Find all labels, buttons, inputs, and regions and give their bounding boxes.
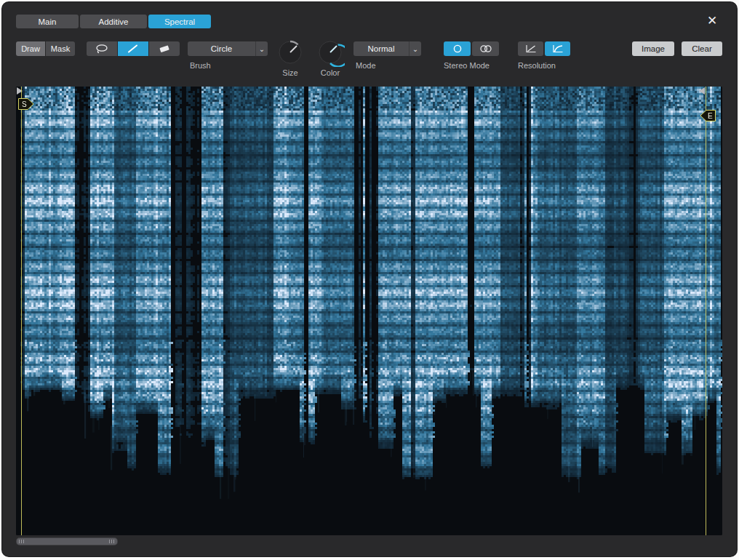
start-marker-flag[interactable]: S (18, 98, 34, 110)
spectrogram-display: S E (16, 87, 722, 535)
size-knob[interactable] (276, 38, 305, 67)
eraser-icon (157, 44, 172, 54)
chevron-down-icon: ⌄ (255, 41, 268, 56)
stereo-mode-button[interactable] (472, 41, 499, 56)
resolution-group (518, 41, 570, 56)
lasso-icon (95, 44, 109, 54)
clear-button[interactable]: Clear (682, 41, 722, 56)
pencil-icon (126, 44, 140, 54)
stereo-mode-group (444, 41, 499, 56)
image-button[interactable]: Image (632, 41, 674, 56)
mask-button[interactable]: Mask (46, 41, 75, 56)
spectral-editor-page: Main Additive Spectral ✕ Draw Mask Circl… (0, 0, 739, 560)
tab-spectral[interactable]: Spectral (148, 15, 211, 28)
lasso-tool-button[interactable] (87, 41, 117, 56)
mode-value: Normal (353, 41, 409, 56)
horizontal-scrollbar[interactable] (16, 537, 118, 545)
color-label: Color (314, 68, 346, 77)
log-resolution-icon (551, 44, 564, 54)
scrollbar-grip-right[interactable] (109, 540, 115, 543)
resolution-label: Resolution (518, 61, 556, 70)
log-resolution-button[interactable] (545, 41, 570, 56)
end-marker-label: E (708, 112, 713, 120)
tab-additive[interactable]: Additive (80, 15, 147, 28)
start-marker-label: S (22, 100, 27, 108)
end-marker-flag[interactable]: E (700, 110, 716, 121)
loop-end-triangle-icon[interactable] (699, 87, 705, 95)
mono-mode-button[interactable] (444, 41, 471, 56)
spectrogram-canvas[interactable] (16, 87, 722, 535)
chevron-down-icon: ⌄ (409, 41, 421, 56)
draw-mask-toggle: Draw Mask (16, 41, 75, 56)
start-marker-line[interactable] (21, 87, 22, 535)
tool-group (87, 41, 180, 56)
mono-circle-icon (450, 44, 465, 54)
linear-resolution-button[interactable] (518, 41, 543, 56)
scrollbar-thumb[interactable] (17, 538, 117, 545)
brush-label: Brush (190, 61, 211, 70)
linear-resolution-icon (524, 44, 538, 54)
stereo-mode-label: Stereo Mode (444, 61, 490, 70)
draw-button[interactable]: Draw (16, 41, 45, 56)
close-button[interactable]: ✕ (701, 10, 723, 31)
mode-select[interactable]: Normal ⌄ (353, 41, 421, 56)
eraser-tool-button[interactable] (149, 41, 180, 56)
size-label: Size (274, 68, 306, 77)
brush-shape-value: Circle (188, 41, 255, 56)
brush-shape-select[interactable]: Circle ⌄ (188, 41, 268, 56)
end-marker-line[interactable] (706, 87, 706, 535)
brush-tool-button[interactable] (118, 41, 148, 56)
mode-label: Mode (356, 61, 376, 70)
tab-main[interactable]: Main (16, 15, 79, 28)
color-knob[interactable] (316, 38, 345, 67)
stereo-circles-icon (479, 44, 493, 54)
scrollbar-grip-left[interactable] (19, 540, 25, 543)
